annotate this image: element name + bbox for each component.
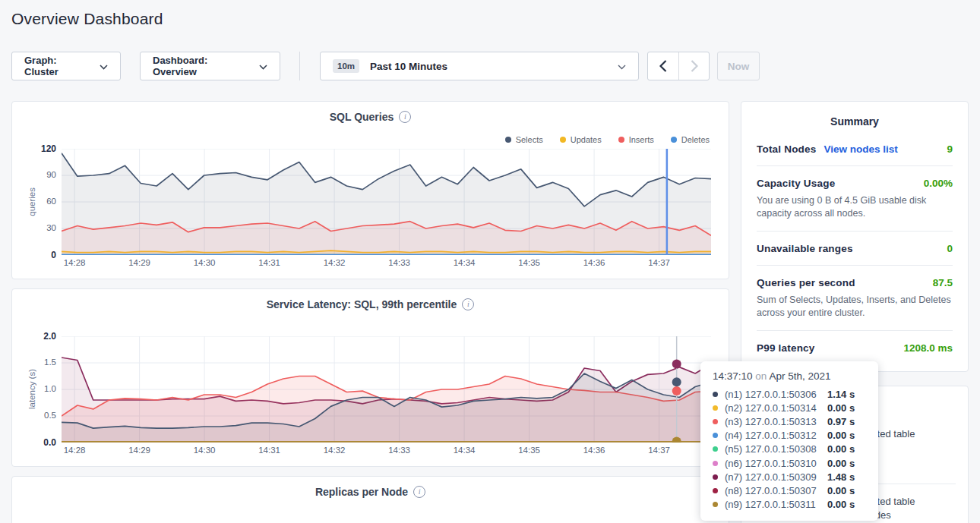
x-tick-label: 14:35 [513,446,546,455]
node-color-dot [713,405,718,411]
view-nodes-list-link[interactable]: View nodes list [824,143,897,155]
legend-item-selects[interactable]: Selects [505,135,543,144]
summary-value: 9 [947,143,953,155]
legend-color-dot [505,137,511,143]
legend-label: Updates [571,135,602,144]
y-tick-label: 90 [27,170,56,179]
x-tick-label: 14:35 [513,258,546,267]
summary-description: Sum of Selects, Updates, Inserts, and De… [757,294,953,320]
line-chart-plot[interactable] [62,336,711,443]
time-next-button[interactable] [678,52,709,80]
x-tick-label: 14:34 [447,446,481,455]
legend-color-dot [618,137,624,143]
y-tick-label: 0.0 [27,437,56,448]
time-range-label: Past 10 Minutes [370,61,447,72]
tooltip-node-row: (n6) 127.0.0.1:503100.00 s [713,456,866,470]
y-tick-label: 2.0 [27,331,56,342]
tooltip-rows: (n1) 127.0.0.1:503061.14 s(n2) 127.0.0.1… [713,387,866,512]
toolbar: Graph: Cluster Dashboard: Overview 10m P… [11,52,760,80]
y-tick-label: 1.5 [27,358,56,367]
node-address: (n5) 127.0.0.1:50308 [725,443,827,455]
node-latency-value: 1.14 s [827,389,855,400]
legend-item-deletes[interactable]: Deletes [671,135,710,144]
dashboard-dropdown[interactable]: Dashboard: Overview [140,52,280,80]
y-tick-label: 60 [27,197,56,206]
summary-label: Queries per second [757,277,855,288]
time-range-badge: 10m [333,59,359,73]
time-range-dropdown[interactable]: 10m Past 10 Minutes [320,52,639,80]
node-address: (n1) 127.0.0.1:50306 [725,389,827,400]
chart-title: Replicas per Node [315,486,408,498]
info-icon[interactable]: i [413,486,425,498]
x-tick-label: 14:29 [123,446,156,455]
node-latency-value: 0.97 s [827,416,855,427]
now-button[interactable]: Now [717,52,760,80]
node-latency-value: 0.00 s [827,443,855,455]
x-tick-label: 14:32 [318,446,351,455]
time-prev-button[interactable] [648,52,678,80]
toolbar-divider [299,52,300,80]
x-tick-label: 14:37 [643,446,676,455]
tooltip-node-row: (n9) 127.0.0.1:503110.00 s [713,498,866,512]
node-address: (n4) 127.0.0.1:50312 [725,430,827,441]
summary-row-unavailable-ranges: Unavailable ranges 0 [757,232,953,266]
chart-title: Service Latency: SQL, 99th percentile [267,298,457,310]
x-tick-label: 14:37 [643,258,676,267]
x-tick-label: 14:36 [577,258,611,267]
tooltip-node-row: (n4) 127.0.0.1:503120.00 s [713,429,866,443]
node-latency-value: 0.00 s [827,499,855,510]
node-address: (n7) 127.0.0.1:50309 [725,471,827,483]
y-tick-label: 30 [27,223,56,232]
graph-dropdown-label: Graph: Cluster [24,55,92,77]
legend-color-dot [560,137,566,143]
node-address: (n8) 127.0.0.1:50307 [725,485,827,496]
x-tick-label: 14:29 [123,258,156,267]
summary-value: 0 [947,243,953,254]
y-tick-label: 0 [27,250,56,260]
node-latency-value: 0.00 s [827,402,855,414]
node-color-dot [713,488,718,493]
x-tick-label: 14:30 [188,446,221,455]
x-tick-label: 14:36 [577,446,611,455]
chevron-down-icon [100,61,108,72]
graph-dropdown[interactable]: Graph: Cluster [11,52,121,80]
summary-value: 87.5 [933,277,953,288]
node-color-dot [713,446,718,452]
dashboard-dropdown-label: Dashboard: Overview [153,55,251,77]
tooltip-node-row: (n8) 127.0.0.1:503070.00 s [713,484,866,497]
summary-row-total-nodes: Total Nodes View nodes list 9 [757,132,953,166]
node-color-dot [713,502,718,507]
x-tick-label: 14:32 [318,258,351,267]
x-tick-label: 14:33 [383,446,416,455]
page-title: Overview Dashboard [11,10,163,28]
summary-label: P99 latency [757,342,815,354]
line-chart [62,149,711,255]
line-chart-plot[interactable] [62,149,711,255]
tooltip-node-row: (n2) 127.0.0.1:503140.00 s [713,401,866,414]
legend-item-updates[interactable]: Updates [560,135,602,144]
chevron-down-icon [618,59,626,73]
legend-label: Deletes [681,135,710,144]
tooltip-node-row: (n3) 127.0.0.1:503130.97 s [713,414,866,428]
legend-item-inserts[interactable]: Inserts [618,135,654,144]
node-address: (n3) 127.0.0.1:50313 [725,416,827,427]
info-icon[interactable]: i [399,111,411,123]
tooltip-timestamp: 14:37:10 on Apr 5th, 2021 [713,370,866,382]
y-tick-label: 1.0 [27,384,56,393]
sql-queries-chart-card: SQL Queries i SelectsUpdatesInsertsDelet… [11,101,729,279]
summary-row-qps: Queries per second 87.5 Sum of Selects, … [757,266,953,331]
node-latency-value: 0.00 s [827,458,855,469]
tooltip-node-row: (n1) 127.0.0.1:503061.14 s [713,387,866,401]
y-tick-label: 0.5 [27,411,56,420]
summary-row-capacity: Capacity Usage 0.00% You are using 0 B o… [757,166,953,232]
node-latency-value: 0.00 s [827,430,855,441]
info-icon[interactable]: i [462,298,474,310]
y-tick-label: 120 [27,143,56,154]
x-tick-label: 14:33 [383,258,416,267]
summary-row-p99: P99 latency 1208.0 ms [757,331,953,364]
tooltip-node-row: (n7) 127.0.0.1:503091.48 s [713,470,866,484]
node-color-dot [713,474,718,480]
summary-value: 0.00% [924,178,953,189]
summary-panel: Summary Total Nodes View nodes list 9 Ca… [741,101,969,372]
node-address: (n6) 127.0.0.1:50310 [725,458,827,469]
